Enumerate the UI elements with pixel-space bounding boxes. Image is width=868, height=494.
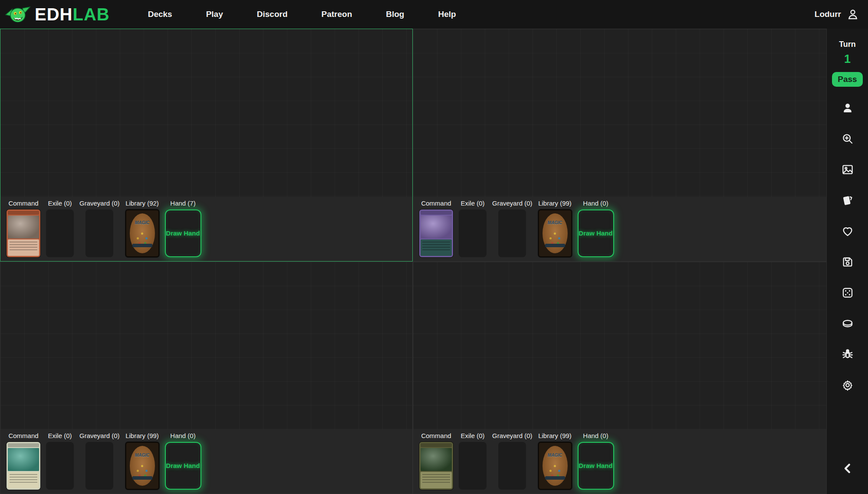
library-card-back[interactable]: MAGIC (538, 442, 572, 490)
player-area-top-left: Command Exile (0) Graveyard (0) L (0, 29, 413, 262)
nav-play[interactable]: Play (206, 10, 223, 19)
card-back-oval: MAGIC (130, 446, 155, 486)
save-icon[interactable] (840, 255, 855, 269)
user-menu[interactable]: Lodurr (815, 8, 859, 21)
settings-icon[interactable] (840, 378, 855, 393)
card-back-brand: MAGIC (130, 220, 155, 225)
player-panel: Command Exile (0) Graveyard (0) L (413, 197, 826, 261)
pass-button[interactable]: Pass (832, 72, 862, 87)
zone-label-command: Command (421, 200, 451, 207)
game-sidebar: Turn 1 Pass (827, 29, 868, 494)
favorite-icon[interactable] (840, 224, 855, 239)
zone-label-library: Library (92) (125, 200, 159, 207)
zone-label-hand: Hand (0) (583, 200, 608, 207)
exile-slot (459, 209, 487, 257)
zone-label-exile: Exile (0) (48, 200, 72, 207)
card-back-oval: MAGIC (542, 446, 568, 486)
zone-exile: Exile (0) (46, 432, 74, 490)
commander-card[interactable] (419, 442, 453, 490)
brand-lab: LAB (72, 5, 109, 24)
player-area-bottom-left: Command Exile (0) Graveyard (0) L (0, 262, 413, 494)
zone-exile: Exile (0) (46, 200, 74, 257)
turn-number: 1 (844, 52, 851, 66)
cards-icon[interactable] (840, 193, 855, 208)
library-card-back[interactable]: MAGIC (125, 209, 159, 257)
card-title-bar (421, 211, 452, 215)
zone-label-exile: Exile (0) (460, 432, 484, 439)
zone-label-library: Library (99) (538, 200, 572, 207)
draw-hand-button[interactable]: Draw Hand (578, 209, 614, 257)
zone-label-hand: Hand (0) (583, 432, 608, 439)
graveyard-slot (85, 209, 113, 257)
logo[interactable]: EDHLAB (5, 4, 110, 24)
zone-label-graveyard: Graveyard (0) (492, 432, 533, 439)
game-board: Command Exile (0) Graveyard (0) L (0, 29, 827, 494)
zone-label-library: Library (99) (125, 432, 159, 439)
user-icon (846, 8, 859, 21)
card-title-bar (421, 443, 452, 447)
card-title-bar (8, 443, 39, 447)
commander-card[interactable] (419, 209, 453, 257)
zone-label-graveyard: Graveyard (0) (79, 200, 120, 207)
card-art (421, 448, 452, 471)
nav-discord[interactable]: Discord (257, 10, 288, 19)
zone-label-graveyard: Graveyard (0) (79, 432, 120, 439)
zone-label-hand: Hand (0) (170, 432, 195, 439)
player-panel: Command Exile (0) Graveyard (0) L (0, 429, 412, 494)
exile-slot (459, 442, 487, 490)
dice-icon[interactable] (840, 285, 855, 300)
zone-command: Command (7, 432, 40, 490)
card-art (421, 216, 452, 239)
coin-icon[interactable] (840, 316, 855, 331)
graveyard-slot (85, 442, 113, 490)
nav-blog[interactable]: Blog (386, 10, 404, 19)
card-back-oval: MAGIC (130, 213, 155, 253)
collapse-sidebar-chevron-left-icon[interactable] (840, 461, 855, 476)
zone-library: Library (99) MAGIC (125, 432, 159, 490)
commander-card[interactable] (7, 209, 40, 257)
exile-slot (46, 209, 74, 257)
zone-hand: Hand (0) Draw Hand (578, 432, 614, 490)
zone-command: Command (419, 200, 453, 257)
zone-label-exile: Exile (0) (460, 200, 484, 207)
card-art (8, 216, 39, 239)
zone-exile: Exile (0) (459, 432, 487, 490)
zone-label-library: Library (99) (538, 432, 572, 439)
zone-exile: Exile (0) (459, 200, 487, 257)
nav-patreon[interactable]: Patreon (322, 10, 352, 19)
zone-library: Library (99) MAGIC (538, 432, 572, 490)
image-icon[interactable] (840, 162, 855, 177)
draw-hand-button[interactable]: Draw Hand (165, 209, 201, 257)
zone-graveyard: Graveyard (0) (79, 432, 120, 490)
player-icon[interactable] (840, 101, 855, 115)
card-back-banner (545, 244, 565, 247)
card-text-box (421, 239, 452, 256)
zone-label-hand: Hand (7) (170, 200, 195, 207)
zone-library: Library (99) MAGIC (538, 200, 572, 257)
goblin-logo-icon (5, 4, 30, 24)
nav-decks[interactable]: Decks (148, 10, 172, 19)
card-title-bar (8, 211, 39, 215)
draw-hand-button[interactable]: Draw Hand (165, 442, 201, 490)
card-back-banner (132, 476, 152, 480)
commander-card[interactable] (7, 442, 40, 490)
turn-label: Turn (839, 40, 856, 49)
card-art (8, 448, 39, 471)
main-nav: Decks Play Discord Patreon Blog Help (148, 10, 456, 19)
library-card-back[interactable]: MAGIC (125, 442, 159, 490)
zone-hand: Hand (7) Draw Hand (165, 200, 201, 257)
zone-label-graveyard: Graveyard (0) (492, 200, 533, 207)
zone-graveyard: Graveyard (0) (492, 432, 533, 490)
zone-command: Command (419, 432, 453, 490)
bug-icon[interactable] (840, 347, 855, 362)
zone-hand: Hand (0) Draw Hand (578, 200, 614, 257)
zone-hand: Hand (0) Draw Hand (165, 432, 201, 490)
zone-label-command: Command (421, 432, 451, 439)
username: Lodurr (815, 10, 841, 19)
zoom-in-icon[interactable] (840, 131, 855, 146)
nav-help[interactable]: Help (438, 10, 456, 19)
library-card-back[interactable]: MAGIC (538, 209, 572, 257)
sidebar-icon-stack (840, 101, 855, 393)
exile-slot (46, 442, 74, 490)
draw-hand-button[interactable]: Draw Hand (578, 442, 614, 490)
